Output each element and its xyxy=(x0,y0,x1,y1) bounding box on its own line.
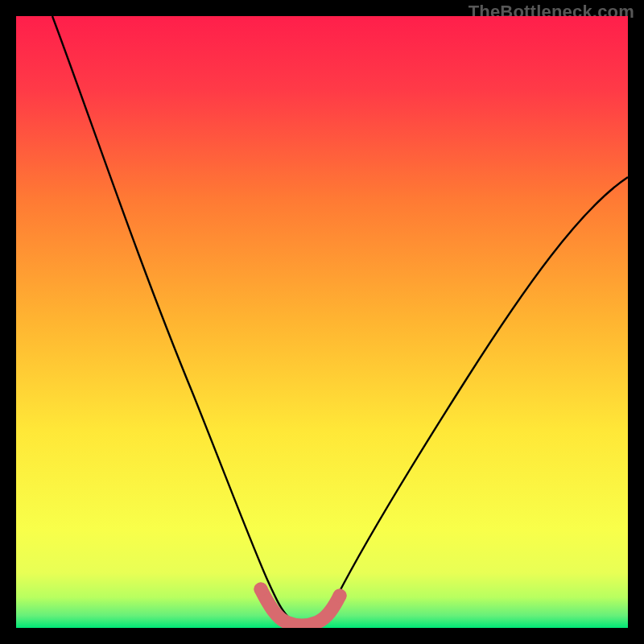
band-end-marker xyxy=(333,589,347,603)
chart-svg xyxy=(16,16,628,628)
band-start-marker xyxy=(254,583,268,597)
gradient-background xyxy=(16,16,628,628)
chart-frame: TheBottleneck.com xyxy=(0,0,644,644)
plot-area xyxy=(16,16,628,628)
